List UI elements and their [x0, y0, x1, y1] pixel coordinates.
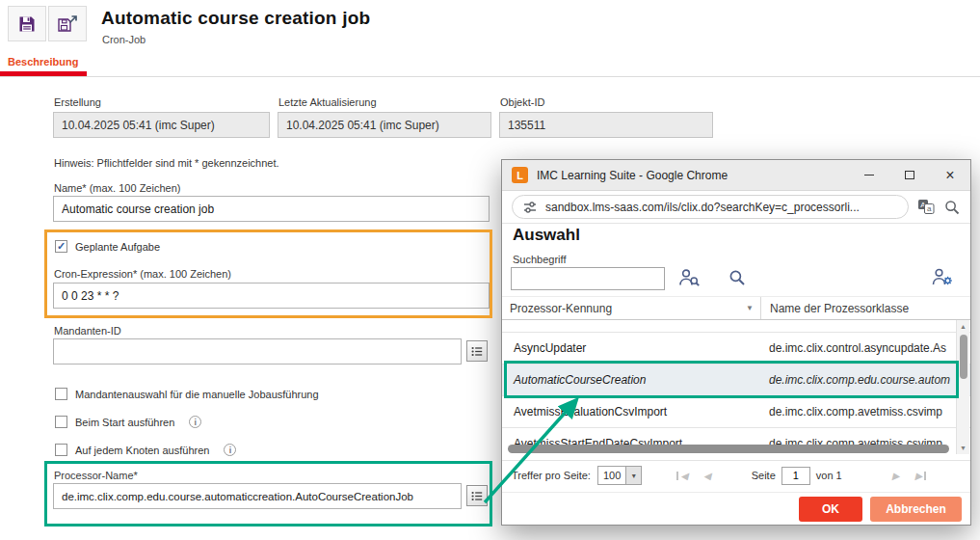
- screen: Automatic course creation job Cron-Job B…: [0, 0, 980, 540]
- save-and-close-button[interactable]: [48, 6, 87, 41]
- processor-name-label: Processor-Name*: [54, 470, 138, 481]
- svg-text:a: a: [927, 204, 932, 213]
- run-on-start-label: Beim Start ausführen: [75, 417, 174, 428]
- ok-button[interactable]: OK: [799, 497, 862, 522]
- run-on-all-nodes-info-icon[interactable]: i: [224, 444, 236, 456]
- erstellung-label: Erstellung: [54, 96, 101, 108]
- scroll-up-icon[interactable]: ▲: [960, 323, 967, 330]
- favicon: L: [512, 167, 528, 183]
- processor-name-picker-button[interactable]: [466, 485, 488, 506]
- row-class: de.imc.clix.comp.edu.course.autom: [760, 373, 970, 387]
- page-subtitle: Cron-Job: [102, 34, 146, 45]
- first-page-button[interactable]: ◀: [676, 471, 688, 481]
- table-row-selected[interactable]: AutomaticCourseCreation de.imc.clix.comp…: [502, 364, 970, 396]
- cancel-button[interactable]: Abbrechen: [870, 497, 962, 522]
- url-field[interactable]: sandbox.lms-saas.com/ils/clix.do?searchK…: [512, 195, 909, 219]
- user-search-button[interactable]: [677, 267, 701, 288]
- prev-page-button[interactable]: ◀: [703, 471, 711, 481]
- scheduled-task-checkbox[interactable]: ✓: [55, 240, 67, 253]
- tabbar-divider: [0, 76, 980, 77]
- run-on-start-checkbox[interactable]: [55, 416, 67, 428]
- popup-titlebar[interactable]: L IMC Learning Suite - Google Chrome ×: [502, 160, 970, 191]
- per-page-value: 100: [598, 467, 625, 484]
- scheduled-task-row: ✓ Geplante Aufgabe: [55, 240, 160, 253]
- column-filter-caret-icon[interactable]: ▼: [746, 304, 754, 312]
- vertical-scroll-thumb[interactable]: [960, 335, 967, 379]
- horizontal-scrollbar[interactable]: [508, 445, 949, 453]
- erstellung-value: 10.04.2025 05:41 (imc Super): [53, 112, 270, 138]
- next-arrow-icon: ▶: [914, 471, 922, 481]
- close-button[interactable]: ×: [930, 160, 970, 190]
- last-page-button[interactable]: ▶: [914, 471, 926, 481]
- window-controls: ×: [849, 160, 970, 190]
- search-label: Suchbegriff: [513, 254, 566, 265]
- lookup-list-icon: [471, 346, 483, 357]
- lookup-list-icon: [471, 491, 483, 501]
- prev-arrow-icon: ◀: [680, 471, 688, 481]
- run-on-all-nodes-checkbox[interactable]: [55, 444, 67, 456]
- run-on-start-row: Beim Start ausführen i: [55, 416, 201, 428]
- table-row[interactable]: AvetmissEvaluationCsvImport de.imc.clix.…: [502, 396, 970, 428]
- maximize-icon: [905, 171, 914, 179]
- table-row[interactable]: AbsoMeriter de.imc.clix.communication.me: [502, 320, 970, 333]
- name-input[interactable]: [53, 196, 490, 222]
- mandanten-id-input[interactable]: [53, 338, 462, 364]
- tune-icon[interactable]: [522, 200, 538, 215]
- column-header-prozessorklasse[interactable]: Name der Prozessorklasse: [760, 297, 970, 319]
- dialog-title: Auswahl: [513, 226, 580, 245]
- save-button[interactable]: [8, 6, 46, 41]
- user-search-icon: [677, 267, 701, 288]
- next-page-button[interactable]: ▶: [892, 471, 900, 481]
- save-icon: [17, 14, 37, 34]
- search-settings-button[interactable]: [930, 266, 954, 288]
- search-icon: [728, 268, 747, 287]
- table-header: Prozessor-Kennung ▼ Name der Prozessorkl…: [502, 296, 970, 320]
- button-bar-divider: [502, 492, 970, 493]
- last-page-icon: [924, 472, 926, 480]
- page-title: Automatic course creation job: [101, 8, 370, 29]
- page-input[interactable]: [781, 467, 810, 485]
- user-settings-icon: [930, 266, 954, 288]
- row-class: de.imc.clix.control.asyncupdate.As: [760, 341, 970, 355]
- row-id: AutomaticCourseCreation: [502, 373, 760, 387]
- run-on-start-info-icon[interactable]: i: [189, 416, 201, 428]
- column-header-label: Prozessor-Kennung: [510, 302, 612, 315]
- zoom-icon: [943, 199, 961, 216]
- row-id: AvetmissEvaluationCsvImport: [502, 405, 760, 418]
- minimize-button[interactable]: [849, 160, 889, 190]
- run-on-all-nodes-label: Auf jedem Knoten ausführen: [75, 445, 209, 456]
- per-page-select[interactable]: 100 ▾: [597, 466, 642, 485]
- vertical-scrollbar[interactable]: ▲ ▼: [956, 320, 969, 454]
- zoom-button[interactable]: [943, 199, 961, 216]
- scroll-down-icon[interactable]: ▼: [960, 445, 967, 451]
- objekt-id-label: Objekt-ID: [500, 96, 544, 108]
- select-caret-icon: ▾: [625, 467, 641, 484]
- translate-button[interactable]: A a: [917, 199, 935, 215]
- row-id: AbsoMeriter: [502, 320, 760, 323]
- per-page-label: Treffer pro Seite:: [512, 470, 591, 481]
- processor-name-input[interactable]: [53, 483, 462, 509]
- address-bar: sandbox.lms-saas.com/ils/clix.do?searchK…: [502, 191, 970, 224]
- search-button[interactable]: [728, 268, 747, 287]
- save-and-close-icon: [57, 14, 78, 34]
- column-header-prozessor-kennung[interactable]: Prozessor-Kennung ▼: [502, 297, 760, 319]
- run-on-all-nodes-row: Auf jedem Knoten ausführen i: [55, 444, 236, 456]
- search-input[interactable]: [511, 267, 665, 290]
- row-class: de.imc.clix.comp.avetmiss.csvimp: [760, 405, 970, 418]
- letzte-aktualisierung-value: 10.04.2025 05:41 (imc Super): [278, 112, 491, 138]
- mandanten-id-picker-button[interactable]: [466, 340, 488, 362]
- translate-icon: A a: [917, 199, 935, 215]
- client-select-checkbox[interactable]: [55, 388, 67, 400]
- cron-expression-label: Cron-Expression* (max. 100 Zeichen): [54, 268, 231, 280]
- column-header-label: Name der Prozessorklasse: [770, 302, 909, 315]
- row-id: AsyncUpdater: [502, 341, 760, 355]
- page-label: Seite: [752, 470, 776, 481]
- cron-expression-input[interactable]: [53, 283, 490, 309]
- maximize-button[interactable]: [889, 160, 930, 190]
- tab-beschreibung[interactable]: Beschreibung: [8, 56, 78, 68]
- table-row[interactable]: AsyncUpdater de.imc.clix.control.asyncup…: [502, 333, 970, 364]
- popup-window: L IMC Learning Suite - Google Chrome × s…: [501, 159, 971, 526]
- url-text: sandbox.lms-saas.com/ils/clix.do?searchK…: [545, 201, 860, 214]
- window-title: IMC Learning Suite - Google Chrome: [537, 169, 849, 182]
- mandatory-hint: Hinweis: Pflichtfelder sind mit * gekenn…: [54, 157, 279, 169]
